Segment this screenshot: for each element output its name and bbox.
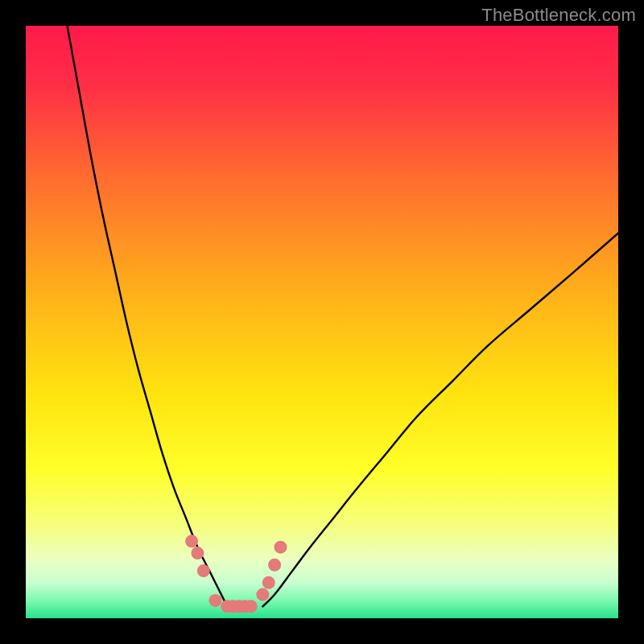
valley-markers (185, 535, 287, 613)
valley-marker (185, 535, 198, 547)
valley-marker (262, 576, 275, 589)
valley-marker (245, 600, 258, 613)
plot-area (26, 26, 618, 618)
curve-layer (26, 26, 618, 618)
valley-marker (274, 541, 287, 554)
curve-right (262, 233, 618, 607)
chart-frame: TheBottleneck.com (0, 0, 644, 644)
valley-marker (197, 564, 210, 577)
valley-marker (191, 547, 204, 559)
watermark-text: TheBottleneck.com (481, 5, 636, 26)
curve-left (68, 26, 228, 606)
valley-marker (268, 559, 281, 572)
valley-marker (256, 588, 269, 601)
valley-marker (209, 594, 222, 607)
